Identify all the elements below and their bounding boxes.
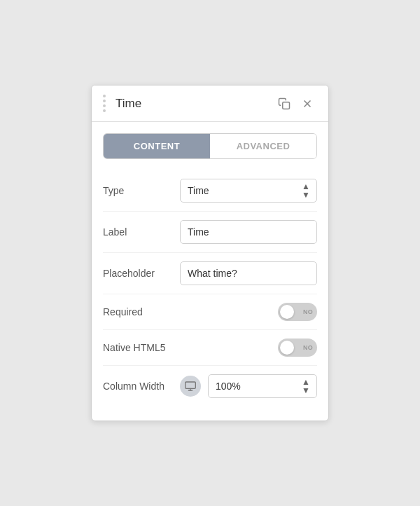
svg-rect-0 (283, 102, 290, 109)
placeholder-control (180, 261, 317, 285)
column-width-select[interactable]: 100% 75% 66% 50% 33% 25% (208, 374, 317, 398)
type-control: Time Date DateTime ▲ ▼ (180, 179, 317, 203)
monitor-icon (180, 376, 201, 397)
required-toggle[interactable]: NO (278, 303, 317, 321)
native-html5-toggle-label: NO (303, 344, 313, 351)
column-width-controls: 100% 75% 66% 50% 33% 25% ▲ ▼ (180, 374, 317, 398)
native-html5-toggle[interactable]: NO (278, 339, 317, 357)
column-width-select-wrapper: 100% 75% 66% 50% 33% 25% ▲ ▼ (208, 374, 317, 398)
duplicate-button[interactable] (274, 93, 295, 114)
native-html5-label: Native HTML5 (103, 342, 180, 353)
settings-panel: Time CONTENT ADVANCED Type Time (91, 85, 329, 421)
native-html5-control: NO (180, 339, 317, 357)
tab-bar: CONTENT ADVANCED (103, 133, 317, 159)
form-body: Type Time Date DateTime ▲ ▼ Label (92, 165, 328, 420)
tab-advanced[interactable]: ADVANCED (210, 134, 316, 158)
svg-rect-3 (186, 382, 196, 388)
drag-handle[interactable] (103, 95, 106, 112)
label-label: Label (103, 226, 180, 238)
panel-header: Time (92, 86, 328, 122)
close-button[interactable] (298, 94, 317, 114)
native-html5-toggle-thumb (280, 341, 294, 355)
required-label: Required (103, 306, 180, 317)
required-toggle-label: NO (303, 308, 313, 315)
type-label: Type (103, 185, 180, 196)
required-control: NO (180, 303, 317, 321)
placeholder-label: Placeholder (103, 268, 180, 279)
panel-title: Time (115, 97, 271, 111)
placeholder-input[interactable] (180, 261, 317, 285)
tab-content[interactable]: CONTENT (104, 134, 210, 158)
column-width-label: Column Width (103, 381, 180, 392)
placeholder-row: Placeholder (103, 253, 317, 294)
type-select[interactable]: Time Date DateTime (180, 179, 317, 203)
label-control (180, 220, 317, 244)
required-toggle-thumb (280, 305, 294, 319)
label-input[interactable] (180, 220, 317, 244)
column-width-row: Column Width 100% 75% 66% 50% 33% (103, 366, 317, 406)
type-select-wrapper: Time Date DateTime ▲ ▼ (180, 179, 317, 203)
native-html5-row: Native HTML5 NO (103, 330, 317, 366)
required-row: Required NO (103, 294, 317, 330)
label-row: Label (103, 212, 317, 253)
type-row: Type Time Date DateTime ▲ ▼ (103, 170, 317, 212)
